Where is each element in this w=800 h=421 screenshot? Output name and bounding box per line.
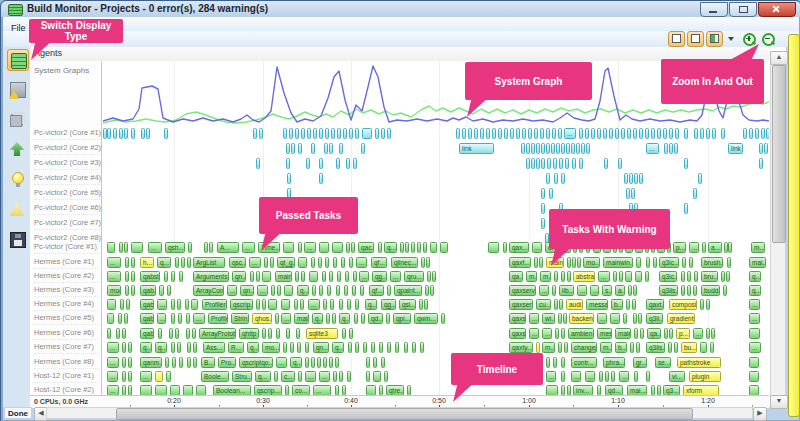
passed-task[interactable] [193, 342, 197, 353]
passed-task[interactable] [309, 271, 318, 282]
passed-task[interactable] [623, 313, 627, 324]
warning-task[interactable]: backend [569, 313, 594, 324]
passed-task[interactable]: qn... [313, 342, 329, 353]
passed-task[interactable]: qsi... [399, 299, 416, 310]
passed-task[interactable] [116, 328, 120, 339]
passed-task[interactable]: ArrayPrototype [199, 328, 236, 339]
passed-task[interactable]: qpi... [393, 313, 411, 324]
remote-task[interactable] [259, 128, 263, 139]
passed-task[interactable] [327, 285, 331, 296]
passed-task[interactable] [534, 257, 538, 268]
passed-task[interactable] [187, 357, 191, 368]
passed-task[interactable] [319, 285, 323, 296]
passed-task[interactable]: messa... [586, 299, 608, 310]
passed-task[interactable] [181, 257, 185, 268]
passed-task[interactable] [179, 271, 183, 282]
remote-task[interactable] [346, 158, 350, 169]
remote-task[interactable] [764, 143, 768, 154]
remote-task[interactable] [375, 128, 379, 139]
remote-task[interactable] [609, 128, 613, 139]
passed-task[interactable] [171, 271, 175, 282]
remote-task[interactable] [633, 128, 637, 139]
remote-task[interactable] [566, 143, 570, 154]
remote-task[interactable] [553, 158, 557, 169]
passed-task[interactable] [687, 271, 691, 282]
remote-task[interactable] [541, 188, 545, 199]
remote-task[interactable] [565, 158, 569, 169]
passed-task[interactable] [336, 285, 340, 296]
passed-task[interactable] [290, 342, 294, 353]
passed-task[interactable]: ... [242, 242, 255, 253]
passed-task[interactable]: qf... [369, 285, 384, 296]
passed-task[interactable] [427, 271, 431, 282]
passed-task[interactable] [694, 271, 698, 282]
passed-task[interactable] [317, 357, 321, 368]
passed-task[interactable] [342, 328, 346, 339]
passed-task[interactable] [333, 257, 337, 268]
remote-task[interactable] [253, 128, 257, 139]
passed-task[interactable] [295, 271, 299, 282]
passed-task[interactable] [125, 271, 129, 282]
passed-task[interactable]: qanm... [140, 357, 162, 368]
passed-task[interactable] [339, 299, 343, 310]
passed-task[interactable] [187, 257, 191, 268]
remote-task[interactable] [283, 128, 287, 139]
remote-task[interactable] [546, 173, 550, 184]
remote-task[interactable] [291, 143, 295, 154]
remote-task[interactable] [531, 143, 535, 154]
passed-task[interactable] [726, 271, 730, 282]
remote-task[interactable] [319, 158, 323, 169]
passed-task[interactable]: qaxs... [509, 328, 526, 339]
remote-task[interactable] [546, 143, 550, 154]
passed-task[interactable] [125, 285, 129, 296]
passed-task[interactable]: ... [107, 271, 121, 282]
hscroll-thumb[interactable] [116, 408, 693, 420]
remote-task[interactable] [743, 128, 747, 139]
passed-task[interactable]: q3lis... [646, 342, 665, 353]
vscroll-down-arrow[interactable]: ▼ [770, 395, 788, 409]
passed-task[interactable] [344, 285, 348, 296]
remote-task[interactable] [712, 128, 716, 139]
passed-task[interactable] [270, 257, 274, 268]
passed-task[interactable]: ... [689, 242, 699, 253]
passed-task[interactable] [567, 257, 571, 268]
passed-task[interactable] [312, 285, 316, 296]
passed-task[interactable] [646, 371, 650, 382]
remote-task[interactable] [547, 158, 551, 169]
passed-task[interactable] [749, 328, 760, 339]
remote-task[interactable] [536, 143, 540, 154]
passed-task[interactable]: ... [539, 285, 549, 296]
passed-task[interactable] [425, 285, 429, 296]
passed-task[interactable] [277, 285, 281, 296]
passed-task[interactable]: changepr... [571, 342, 597, 353]
passed-task[interactable] [298, 242, 302, 253]
passed-task[interactable]: qg... [372, 271, 387, 282]
remote-task[interactable] [631, 188, 635, 199]
remote-task[interactable] [603, 128, 607, 139]
passed-task[interactable] [634, 328, 638, 339]
passed-task[interactable] [268, 299, 277, 310]
passed-task[interactable] [297, 342, 301, 353]
passed-task[interactable] [329, 357, 333, 368]
passed-task[interactable]: qax... [509, 242, 529, 253]
remote-task[interactable] [675, 128, 679, 139]
passed-task[interactable] [419, 299, 423, 310]
passed-task[interactable] [564, 342, 568, 353]
passed-task[interactable]: ... [281, 313, 291, 324]
passed-task[interactable] [124, 313, 128, 324]
remote-task[interactable] [639, 173, 643, 184]
passed-task[interactable]: qaxf... [509, 257, 531, 268]
passed-task[interactable]: q... [749, 271, 761, 282]
remote-task[interactable] [289, 128, 293, 139]
passed-task[interactable]: main [275, 271, 292, 282]
passed-task[interactable]: ArgList [193, 257, 225, 268]
remote-task[interactable] [336, 158, 340, 169]
remote-task[interactable] [693, 188, 697, 199]
passed-task[interactable]: ... [542, 328, 552, 339]
remote-task[interactable]: link [728, 143, 743, 154]
passed-task[interactable] [432, 271, 436, 282]
passed-task[interactable] [262, 271, 271, 282]
side-toolbar-tip-button[interactable] [7, 169, 27, 189]
passed-task[interactable] [164, 271, 168, 282]
passed-task[interactable] [349, 328, 353, 339]
